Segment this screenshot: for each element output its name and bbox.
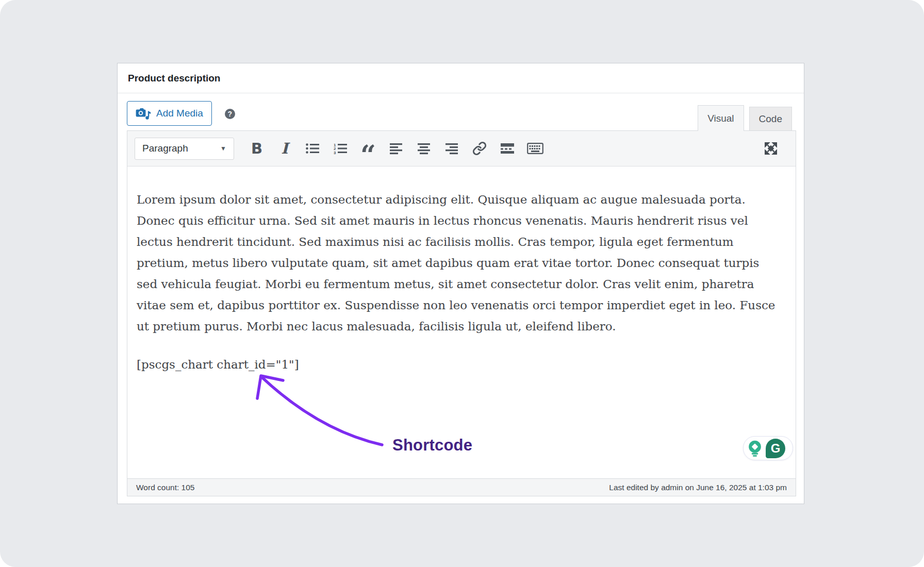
bullet-list-button[interactable] <box>301 137 324 160</box>
svg-text:3: 3 <box>334 151 336 155</box>
lorem-paragraph: Lorem ipsum dolor sit amet, consectetur … <box>137 189 783 337</box>
grammarly-widget: G <box>743 436 793 460</box>
editor-mode-tabs: Visual Code <box>698 105 792 130</box>
editor-statusbar: Word count: 105 Last edited by admin on … <box>127 478 796 496</box>
product-description-metabox: Product description <box>117 63 804 504</box>
link-icon <box>472 141 487 156</box>
add-media-button[interactable]: Add Media <box>127 101 212 126</box>
align-right-button[interactable] <box>440 137 463 160</box>
align-left-icon <box>389 143 403 155</box>
read-more-tag-button[interactable] <box>496 137 519 160</box>
add-media-label: Add Media <box>156 108 203 119</box>
bold-icon: B <box>251 140 262 157</box>
shortcode-text: [pscgs_chart chart_id="1"] <box>137 354 783 375</box>
blockquote-button[interactable]: “ <box>357 137 380 160</box>
add-media-icon <box>136 107 151 120</box>
align-center-button[interactable] <box>412 137 435 160</box>
page-background: Product description <box>0 0 924 567</box>
last-edited-info: Last edited by admin on June 16, 2025 at… <box>609 483 787 492</box>
paragraph-format-dropdown[interactable]: Paragraph ▼ <box>135 138 234 160</box>
bullet-list-icon <box>305 142 320 155</box>
toolbar-toggle-button[interactable] <box>524 137 547 160</box>
insert-link-button[interactable] <box>468 137 491 160</box>
chevron-down-icon: ▼ <box>220 145 226 152</box>
annotation-shortcode-label: Shortcode <box>392 436 472 455</box>
metabox-header: Product description <box>118 63 804 93</box>
italic-button[interactable]: I <box>273 137 296 160</box>
word-count: Word count: 105 <box>136 483 194 492</box>
tab-visual-label: Visual <box>707 113 734 124</box>
page-title: Product description <box>128 73 220 84</box>
align-center-icon <box>417 143 431 155</box>
italic-icon: I <box>281 140 288 157</box>
keyboard-icon <box>527 143 543 154</box>
help-icon[interactable]: ? <box>225 109 235 119</box>
tab-code[interactable]: Code <box>749 107 792 130</box>
grammarly-g-letter: G <box>771 441 781 456</box>
align-left-button[interactable] <box>385 137 407 160</box>
align-right-icon <box>445 143 458 155</box>
editor-content-area[interactable]: Lorem ipsum dolor sit amet, consectetur … <box>127 166 796 478</box>
numbered-list-icon: 1 2 3 <box>333 142 348 155</box>
numbered-list-button[interactable]: 1 2 3 <box>329 137 352 160</box>
grammarly-suggestion-icon[interactable] <box>746 439 764 458</box>
blockquote-icon: “ <box>360 150 376 160</box>
editor-toolbar: Paragraph ▼ B I <box>127 131 796 166</box>
bold-button[interactable]: B <box>245 137 268 160</box>
paragraph-format-label: Paragraph <box>142 143 188 154</box>
tab-visual[interactable]: Visual <box>698 105 744 131</box>
editor-tools-row: Add Media ? Visual Code <box>127 93 796 130</box>
help-glyph: ? <box>228 110 233 118</box>
fullscreen-button[interactable] <box>760 137 782 160</box>
read-more-tag-icon <box>500 143 515 154</box>
fullscreen-icon <box>763 141 779 156</box>
tab-code-label: Code <box>759 113 782 125</box>
grammarly-logo-icon[interactable]: G <box>766 439 785 458</box>
